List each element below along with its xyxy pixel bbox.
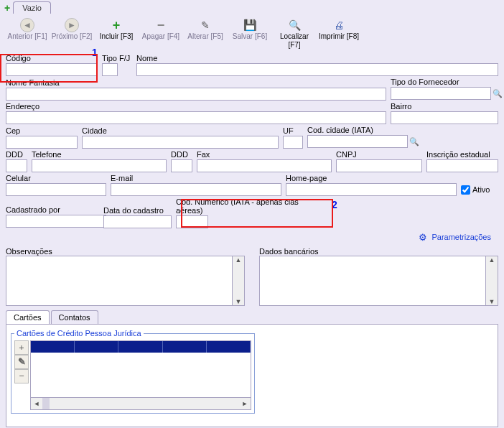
- email-label: E-mail: [111, 174, 281, 182]
- toolbar: ◄ Anterior [F1] ► Próximo [F2] + Incluir…: [0, 14, 504, 52]
- observacoes-label: Observações: [6, 247, 245, 256]
- nome-input[interactable]: [136, 63, 498, 76]
- toolbar-delete: − Apagar [F4]: [139, 17, 182, 42]
- dadosbancarios-textarea[interactable]: [259, 256, 486, 306]
- bairro-label: Bairro: [391, 102, 498, 111]
- toolbar-next: ► Próximo [F2]: [50, 17, 93, 42]
- endereco-input[interactable]: [6, 111, 386, 124]
- window-tab-label: Vazio: [22, 4, 42, 12]
- callout-two: 2: [332, 199, 337, 210]
- bairro-input[interactable]: [391, 111, 498, 124]
- tab-cartoes[interactable]: Cartões: [6, 310, 50, 324]
- datacadastro-input[interactable]: [103, 215, 172, 228]
- cartoes-groupbox: Cartões de Crédito Pessoa Jurídica + ✎ −…: [11, 329, 255, 414]
- celular-input[interactable]: [6, 183, 106, 196]
- cadastradopor-input[interactable]: [6, 215, 106, 228]
- toolbar-include[interactable]: + Incluir [F3]: [95, 17, 138, 42]
- ddd1-label: DDD: [6, 150, 27, 159]
- edit-icon: ✎: [201, 19, 210, 31]
- cnpj-label: CNPJ: [336, 150, 422, 159]
- toolbar-save: 💾 Salvar [F6]: [228, 17, 271, 42]
- cartoes-grid[interactable]: [30, 340, 251, 398]
- grid-add-button[interactable]: +: [14, 340, 29, 355]
- ddd2-input[interactable]: [171, 159, 192, 172]
- new-tab-plus-icon[interactable]: +: [4, 2, 10, 14]
- cep-label: Cep: [6, 126, 78, 135]
- telefone-input[interactable]: [32, 159, 167, 172]
- gear-icon: ⚙: [417, 231, 429, 243]
- minus-icon: −: [157, 18, 165, 33]
- callout-one: 1: [92, 47, 98, 58]
- lookup-icon[interactable]: 🔍: [493, 87, 503, 100]
- inscest-input[interactable]: [426, 159, 498, 172]
- nomefantasia-label: Nome Fantasia: [6, 78, 386, 87]
- codigo-input[interactable]: [6, 63, 98, 76]
- uf-input[interactable]: [283, 136, 303, 149]
- ddd1-input[interactable]: [6, 159, 27, 172]
- toolbar-print[interactable]: 🖨 Imprimir [F8]: [317, 17, 360, 42]
- codnumericoiata-label: Cod. Numérico (IATA - apenas cias aéreas…: [176, 197, 323, 215]
- datacadastro-label: Data do cadastro: [103, 206, 172, 215]
- tipofj-input[interactable]: [102, 63, 118, 76]
- ddd2-label: DDD: [171, 150, 192, 159]
- codcidadeiata-input[interactable]: [307, 135, 408, 148]
- tab-panel: Cartões de Crédito Pessoa Jurídica + ✎ −…: [6, 325, 498, 427]
- lookup-icon[interactable]: 🔍: [409, 135, 419, 148]
- nome-label: Nome: [136, 54, 498, 62]
- tipofj-label: Tipo F/J: [102, 54, 132, 62]
- uf-label: UF: [283, 126, 303, 135]
- arrow-right-icon: ►: [65, 18, 79, 32]
- observacoes-textarea[interactable]: [6, 256, 233, 306]
- cidade-input[interactable]: [82, 136, 279, 149]
- window-tab[interactable]: Vazio: [13, 1, 51, 14]
- dadosbancarios-label: Dados bancários: [259, 247, 498, 256]
- toolbar-previous: ◄ Anterior [F1]: [6, 17, 49, 42]
- ativo-label: Ativo: [472, 185, 490, 194]
- grid-edit-button[interactable]: ✎: [14, 355, 29, 369]
- toolbar-find[interactable]: 🔍 Localizar [F7]: [273, 17, 316, 51]
- cidade-label: Cidade: [82, 126, 279, 135]
- plus-icon: +: [113, 18, 121, 33]
- codcidadeiata-label: Cod. cidade (IATA): [307, 126, 386, 134]
- homepage-label: Home-page: [286, 174, 457, 182]
- codnumericoiata-input[interactable]: [176, 215, 208, 228]
- toolbar-edit: ✎ Alterar [F5]: [184, 17, 227, 42]
- email-input[interactable]: [111, 183, 281, 196]
- fax-input[interactable]: [197, 159, 332, 172]
- cadastradopor-label: Cadastrado por: [6, 205, 99, 214]
- cep-input[interactable]: [6, 136, 78, 149]
- horizontal-scrollbar[interactable]: ◄►: [30, 398, 251, 410]
- arrow-left-icon: ◄: [20, 18, 34, 32]
- cnpj-input[interactable]: [336, 159, 422, 172]
- codigo-label: Código: [6, 54, 98, 62]
- scrollbar[interactable]: ▲▼: [486, 256, 498, 306]
- print-icon: 🖨: [334, 19, 344, 31]
- search-icon: 🔍: [289, 19, 301, 31]
- inscest-label: Inscrição estadual: [426, 150, 498, 159]
- nomefantasia-input[interactable]: [6, 88, 386, 101]
- cartoes-legend: Cartões de Crédito Pessoa Jurídica: [14, 329, 144, 338]
- telefone-label: Telefone: [32, 150, 167, 159]
- parametrizacoes-link[interactable]: ⚙ Parametrizações: [417, 231, 491, 243]
- grid-remove-button[interactable]: −: [14, 369, 29, 383]
- homepage-input[interactable]: [286, 183, 457, 196]
- tipofornecedor-input[interactable]: [391, 87, 491, 100]
- tipofornecedor-label: Tipo do Fornecedor: [391, 78, 498, 86]
- ativo-checkbox[interactable]: [461, 185, 470, 195]
- scrollbar[interactable]: ▲▼: [233, 256, 245, 306]
- tab-contatos[interactable]: Contatos: [51, 310, 98, 324]
- celular-label: Celular: [6, 174, 106, 182]
- save-icon: 💾: [243, 19, 257, 32]
- fax-label: Fax: [197, 150, 332, 159]
- endereco-label: Endereço: [6, 102, 386, 111]
